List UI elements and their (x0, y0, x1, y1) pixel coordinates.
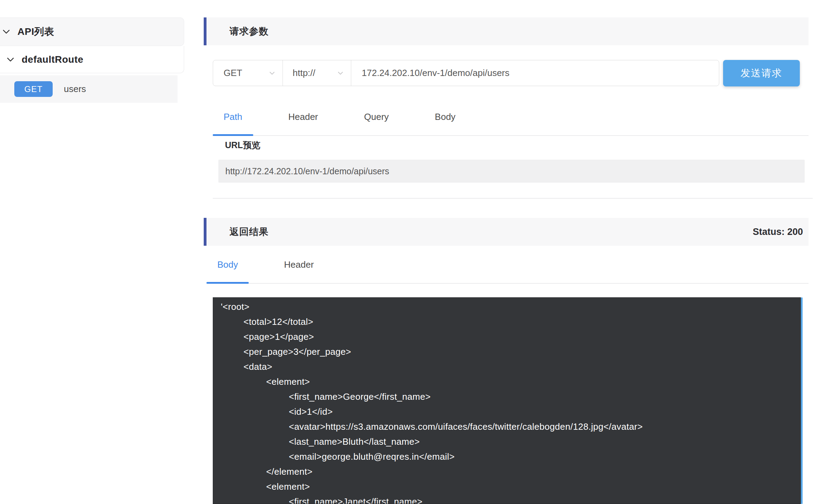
code-line: <data> (221, 359, 797, 374)
sidebar-group-title: defaultRoute (22, 54, 83, 65)
code-line: <total>12</total> (221, 314, 797, 329)
protocol-select-value: http:// (293, 68, 315, 78)
request-params-header: 请求参数 (204, 17, 809, 45)
tab-path[interactable]: Path (213, 98, 253, 135)
status-badge: Status: 200 (753, 227, 803, 237)
sidebar-section-title: API列表 (17, 25, 54, 38)
tab-header[interactable]: Header (278, 98, 329, 135)
chevron-down-icon[interactable] (6, 55, 15, 64)
code-line: <id>1</id> (221, 404, 797, 419)
api-item-name: users (64, 84, 86, 94)
tab-body[interactable]: Body (424, 98, 466, 135)
code-line: <last_name>Bluth</last_name> (221, 434, 797, 449)
tab-response-body[interactable]: Body (206, 246, 249, 283)
method-select[interactable]: GET (213, 60, 283, 86)
tab-query[interactable]: Query (353, 98, 400, 135)
code-line: <page>1</page> (221, 329, 797, 344)
response-body-code[interactable]: '<root><total>12</total><page>1</page><p… (213, 297, 801, 504)
code-line: <first_name>George</first_name> (221, 389, 797, 404)
sidebar-section-api-list[interactable]: API列表 (0, 17, 184, 46)
url-input-value: 172.24.202.10/env-1/demo/api/users (362, 68, 510, 78)
section-divider (213, 198, 813, 199)
chevron-down-icon[interactable] (1, 27, 11, 37)
sidebar-item-users[interactable]: GET users (0, 75, 178, 103)
url-preview-label: URL预览 (225, 139, 260, 151)
url-preview-value: http://172.24.202.10/env-1/demo/api/user… (225, 166, 389, 176)
code-line: '<root> (221, 299, 797, 314)
send-request-button[interactable]: 发送请求 (723, 60, 800, 86)
code-line: <email>george.bluth@reqres.in</email> (221, 449, 797, 464)
code-line: <per_page>3</per_page> (221, 344, 797, 359)
method-select-value: GET (224, 68, 242, 78)
request-url-group: GET http:// 172.24.202.10/env-1/demo/api… (213, 60, 719, 86)
code-line: </element> (221, 464, 797, 479)
tab-response-header[interactable]: Header (273, 246, 324, 283)
code-line: <first_name>Janet</first_name> (221, 494, 797, 504)
chevron-down-icon (336, 69, 345, 77)
scrollbar-thumb[interactable] (801, 297, 803, 504)
sidebar-group-default-route[interactable]: defaultRoute (0, 46, 184, 73)
response-header: 返回结果 Status: 200 (204, 218, 809, 246)
url-preview-box: http://172.24.202.10/env-1/demo/api/user… (218, 160, 805, 183)
code-line: <avatar>https://s3.amazonaws.com/uifaces… (221, 419, 797, 434)
request-params-title: 请求参数 (230, 25, 269, 38)
protocol-select[interactable]: http:// (283, 60, 351, 86)
chevron-down-icon (268, 69, 276, 77)
code-line: <element> (221, 479, 797, 494)
response-tabs: Body Header (206, 246, 809, 284)
url-input[interactable]: 172.24.202.10/env-1/demo/api/users (351, 60, 719, 86)
response-title: 返回结果 (230, 226, 269, 238)
method-badge: GET (14, 81, 53, 97)
code-line: <element> (221, 374, 797, 389)
request-tabs: Path Header Query Body (213, 98, 809, 136)
